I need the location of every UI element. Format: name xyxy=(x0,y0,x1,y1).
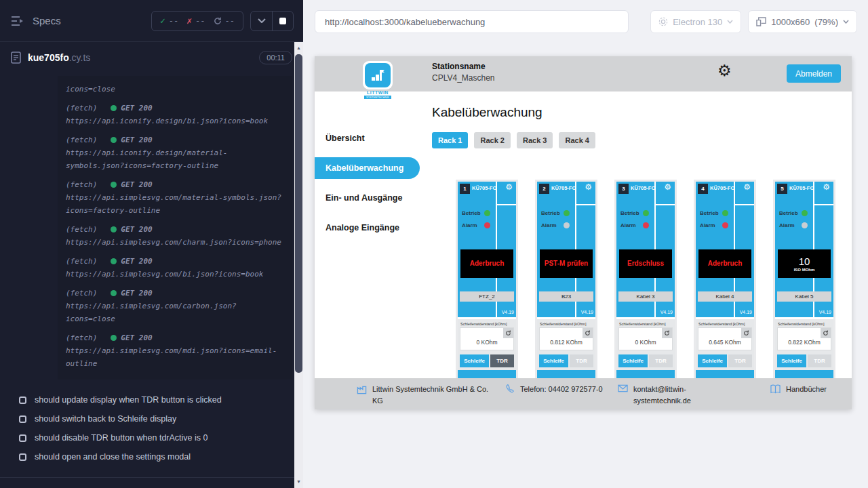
test-item[interactable]: should switch back to Schleife display xyxy=(19,409,303,428)
resistance-value-box: 0 KOhm xyxy=(618,327,673,350)
littwin-logo: LITTWIN SYSTEMTECHNIK xyxy=(362,61,393,99)
logo-icon xyxy=(365,63,391,87)
spec-name: kue705fo.cy.ts xyxy=(28,52,90,63)
page-title: Kabelüberwachung xyxy=(432,105,542,120)
scroll-up-arrow[interactable]: ▲ xyxy=(294,42,303,53)
chevron-down-icon xyxy=(258,18,266,23)
schleife-button[interactable]: Schleife xyxy=(698,354,727,367)
tab-rack-3[interactable]: Rack 3 xyxy=(517,132,553,148)
specs-label[interactable]: Specs xyxy=(33,15,61,26)
version-row: V4.19 xyxy=(775,302,833,317)
runner-scrollbar[interactable]: ▲ ▼ xyxy=(294,42,303,488)
logo-title: LITTWIN xyxy=(362,90,393,95)
nav-item-analoge-eingaenge[interactable]: Analoge Eingänge xyxy=(315,213,424,243)
device-bottom xyxy=(775,370,833,378)
device-settings-icon[interactable]: ⚙ xyxy=(505,183,513,191)
footer-manuals[interactable]: Handbücher xyxy=(770,384,827,409)
refresh-icon[interactable] xyxy=(503,328,513,338)
led-section: Betrieb Alarm xyxy=(537,199,595,249)
firmware-version: V4.19 xyxy=(660,310,673,314)
status-display: 10 ISO MOhm xyxy=(778,249,831,278)
refresh-icon[interactable] xyxy=(662,328,672,338)
alarm-led xyxy=(564,222,570,228)
app-body: Übersicht Kabelüberwachung Ein- und Ausg… xyxy=(315,56,852,409)
resistance-value: 0 KOhm xyxy=(619,339,672,346)
settings-gear-icon[interactable]: ⚙ xyxy=(717,63,732,79)
scrollbar-thumb[interactable] xyxy=(295,54,302,373)
tdr-button[interactable]: TDR xyxy=(570,354,593,367)
device-settings-icon[interactable]: ⚙ xyxy=(743,183,751,191)
email-icon xyxy=(618,384,628,392)
collapse-button[interactable] xyxy=(251,12,272,30)
phone-icon xyxy=(505,384,515,394)
tab-rack-1[interactable]: Rack 1 xyxy=(432,132,468,148)
screen: Specs ✓-- ✗-- -- kue705fo.cy.ts 00:11 xyxy=(0,0,868,488)
stop-button[interactable] xyxy=(272,12,293,30)
footer-email: kontakt@littwin-systemtechnik.de xyxy=(618,384,709,409)
device: 3 KÜ705-FO ⚙ Betrieb Alarm Erdschluss xyxy=(616,182,675,378)
version-row: V4.19 xyxy=(616,302,675,317)
logout-button[interactable]: Abmelden xyxy=(787,64,841,83)
check-icon: ✓ xyxy=(160,16,165,26)
status-ok-dot xyxy=(111,335,117,341)
nav-item-ein-und-ausgaenge[interactable]: Ein- und Ausgänge xyxy=(315,183,424,213)
device-settings-icon[interactable]: ⚙ xyxy=(585,183,592,191)
logo-box xyxy=(363,61,393,89)
device-number-badge: 5 xyxy=(777,184,787,194)
test-item[interactable]: should disable TDR button when tdrActive… xyxy=(19,428,303,447)
tab-rack-2[interactable]: Rack 2 xyxy=(474,132,510,148)
tdr-button[interactable]: TDR xyxy=(490,354,514,367)
refresh-icon[interactable] xyxy=(821,328,831,338)
resistance-panel: Schleifenwiderstand [kOhm] 0.645 KOhm Sc… xyxy=(696,317,754,370)
schleife-button[interactable]: Schleife xyxy=(777,354,806,367)
app-under-test: Stationsname CPLV4_Maschen ⚙ Abmelden LI… xyxy=(315,56,852,409)
station-label: Stationsname xyxy=(432,62,495,71)
resistance-value: 0.822 KOhm xyxy=(778,339,831,346)
viewport-selector[interactable]: 1000x660 (79%) xyxy=(748,10,857,33)
test-state-icon xyxy=(19,453,26,461)
device-number-badge: 1 xyxy=(460,184,470,194)
stat-pending: -- xyxy=(214,16,235,26)
specs-menu-icon[interactable] xyxy=(11,16,24,26)
resistance-value-box: 0.645 KOhm xyxy=(698,327,752,350)
schleife-button[interactable]: Schleife xyxy=(539,354,568,367)
app-header: Stationsname CPLV4_Maschen ⚙ Abmelden xyxy=(315,56,852,92)
stat-failed: ✗-- xyxy=(186,16,205,26)
device-number-badge: 4 xyxy=(698,184,708,194)
tdr-button[interactable]: TDR xyxy=(728,354,752,367)
device-settings-icon[interactable]: ⚙ xyxy=(823,183,830,191)
test-item[interactable]: should open and close the settings modal xyxy=(19,447,303,466)
scroll-down-arrow[interactable]: ▼ xyxy=(294,476,303,487)
nav-item-uebersicht[interactable]: Übersicht xyxy=(315,123,424,153)
cable-label: Kabel 5 xyxy=(777,291,831,302)
url-input[interactable] xyxy=(315,10,629,33)
betrieb-led xyxy=(564,210,570,216)
led-section: Betrieb Alarm xyxy=(616,199,675,249)
spec-row[interactable]: kue705fo.cy.ts 00:11 xyxy=(0,43,303,72)
log-entry: (fetch)GET 200 https://api.iconify.desig… xyxy=(66,102,284,127)
schleife-button[interactable]: Schleife xyxy=(460,354,489,367)
device-model: KÜ705-FO xyxy=(789,185,814,191)
test-item[interactable]: should update display when TDR button is… xyxy=(19,390,303,409)
nav-item-kabelueberwachung[interactable]: Kabelüberwachung xyxy=(315,157,420,179)
status-display: PST-M prüfen xyxy=(540,249,593,278)
betrieb-led xyxy=(643,210,649,216)
alarm-led xyxy=(643,222,649,228)
tdr-button[interactable]: TDR xyxy=(808,354,831,367)
device-card-4: 4 KÜ705-FO ⚙ Betrieb Alarm Aderbruch xyxy=(694,180,756,378)
schleife-button[interactable]: Schleife xyxy=(618,354,648,367)
firmware-version: V4.19 xyxy=(740,310,752,314)
factory-icon xyxy=(357,384,367,394)
network-log[interactable]: icons=close (fetch)GET 200 https://api.i… xyxy=(58,76,292,380)
footer-phone: Telefon: 04402 972577-0 xyxy=(505,384,607,409)
browser-selector[interactable]: Electron 130 xyxy=(650,10,741,33)
tab-rack-4[interactable]: Rack 4 xyxy=(559,132,595,148)
resistance-panel: Schleifenwiderstand [kOhm] 0.812 KOhm Sc… xyxy=(537,317,595,370)
log-entry: (fetch)GET 200 https://api.simplesvg.com… xyxy=(66,178,284,217)
device: 2 KÜ705-FO ⚙ Betrieb Alarm PST-M prüfen xyxy=(537,182,595,378)
device-settings-icon[interactable]: ⚙ xyxy=(664,183,671,191)
refresh-icon[interactable] xyxy=(583,328,593,338)
refresh-icon[interactable] xyxy=(741,328,751,338)
log-entry: (fetch)GET 200 https://api.simplesvg.com… xyxy=(66,331,284,370)
tdr-button[interactable]: TDR xyxy=(649,354,673,367)
